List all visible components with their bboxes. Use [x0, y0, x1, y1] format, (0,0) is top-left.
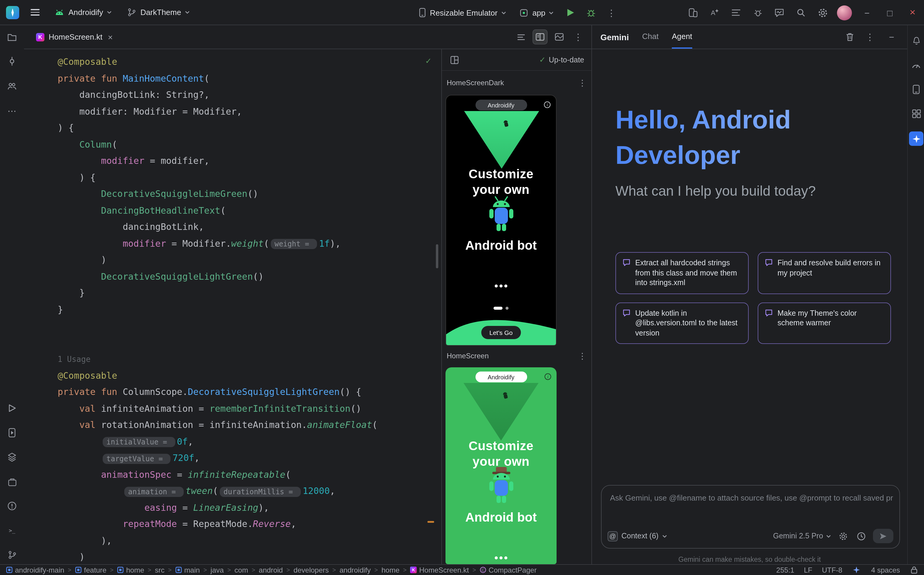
code-line[interactable]: ) { — [58, 120, 429, 137]
run-button[interactable] — [563, 5, 578, 20]
more-toolwindows-icon[interactable]: ⋯ — [5, 103, 19, 118]
code-line[interactable]: @Composable — [58, 54, 429, 70]
breadcrumb-item[interactable]: KHomeScreen.kt — [410, 566, 469, 574]
indent-setting[interactable]: 4 spaces — [871, 566, 900, 574]
editor-code-view-button[interactable] — [513, 29, 528, 44]
close-tab-icon[interactable]: × — [108, 32, 113, 42]
commit-toolwindow-icon[interactable] — [5, 54, 19, 68]
code-line[interactable]: dancingBotLink: String?, — [58, 87, 429, 103]
code-line[interactable]: repeatMode = RepeatMode.Reverse, — [58, 516, 429, 533]
device-explorer-toolwindow-icon[interactable] — [909, 82, 923, 97]
app-inspection-toolwindow-icon[interactable] — [5, 475, 19, 489]
code-line[interactable]: ), — [58, 533, 429, 549]
tab-agent[interactable]: Agent — [672, 25, 692, 49]
gemini-settings-icon[interactable] — [837, 530, 849, 542]
code-line[interactable]: ) — [58, 252, 429, 268]
search-icon[interactable] — [794, 5, 808, 20]
build-variants-toolwindow-icon[interactable] — [5, 450, 19, 464]
suggestion-card[interactable]: Make my Theme's color scheme warmer — [758, 302, 891, 344]
device-mirroring-icon[interactable] — [685, 5, 700, 20]
run-configuration-selector[interactable]: app — [515, 3, 557, 22]
window-close-button[interactable]: × — [905, 6, 921, 19]
terminal-toolwindow-icon[interactable]: >_ — [5, 523, 19, 538]
run-toolwindow-icon[interactable] — [5, 401, 19, 415]
breadcrumb-item[interactable]: androidify-main — [6, 566, 64, 574]
hide-panel-icon[interactable]: − — [884, 30, 899, 44]
gemini-options-icon[interactable]: ⋮ — [863, 30, 877, 44]
code-line[interactable]: modifier: Modifier = Modifier, — [58, 103, 429, 120]
editor-scrollbar[interactable] — [436, 244, 438, 268]
preview-homescreen-dark[interactable]: Androidify i Customize your own Android … — [445, 95, 557, 346]
code-line[interactable]: easing = LinearEasing), — [58, 500, 429, 516]
breadcrumb-item[interactable]: CCompactPager — [480, 566, 537, 574]
attach-debugger-icon[interactable] — [751, 5, 765, 20]
code-line[interactable]: @Composable — [58, 368, 429, 384]
code-line[interactable]: Column( — [58, 137, 429, 153]
breadcrumb-item[interactable]: java — [210, 566, 224, 574]
model-selector[interactable]: Gemini 2.5 Pro — [773, 532, 831, 540]
preview-homescreen-light[interactable]: Androidify i Customize your own Android … — [445, 367, 557, 564]
gemini-toolwindow-icon[interactable] — [909, 132, 923, 146]
pull-requests-toolwindow-icon[interactable] — [5, 79, 19, 93]
preview-layout-icon[interactable] — [449, 54, 460, 65]
line-ending[interactable]: LF — [804, 566, 812, 574]
code-line[interactable]: ) { — [58, 170, 429, 186]
suggestion-card[interactable]: Extract all hardcoded strings from this … — [615, 252, 749, 294]
problems-toolwindow-icon[interactable] — [5, 499, 19, 513]
suggestion-card[interactable]: Update kotlin in @libs.version.toml to t… — [615, 302, 749, 344]
code-line[interactable] — [58, 335, 429, 351]
preview-sync-status[interactable]: ✓ Up-to-date — [539, 55, 584, 64]
ai-spark-icon[interactable] — [852, 565, 862, 575]
user-avatar[interactable] — [837, 5, 852, 20]
running-devices-toolwindow-icon[interactable] — [5, 426, 19, 440]
editor-split-view-button[interactable] — [533, 29, 547, 44]
breadcrumb-item[interactable]: feature — [75, 566, 107, 574]
debug-button[interactable] — [584, 5, 598, 20]
main-menu-icon[interactable] — [28, 5, 42, 19]
code-line[interactable]: animationSpec = infiniteRepeatable( — [58, 467, 429, 483]
code-line[interactable]: } — [58, 302, 429, 318]
history-icon[interactable] — [855, 530, 867, 542]
suggestion-card[interactable]: Find and resolve build errors in my proj… — [758, 252, 891, 294]
send-button[interactable] — [873, 529, 894, 543]
version-control-toolwindow-icon[interactable] — [5, 547, 19, 562]
code-line[interactable]: val rotationAnimation = infiniteAnimatio… — [58, 417, 429, 434]
breadcrumb-item[interactable]: com — [234, 566, 248, 574]
code-line[interactable] — [58, 318, 429, 335]
delete-conversation-icon[interactable] — [844, 31, 856, 43]
code-line[interactable]: animation = tween(durationMillis = 12000… — [58, 483, 429, 500]
breadcrumb-item[interactable]: home — [382, 566, 399, 574]
breadcrumb-item[interactable]: main — [175, 566, 200, 574]
tab-chat[interactable]: Chat — [642, 25, 658, 49]
code-line[interactable]: modifier = Modifier.weight(weight = 1f), — [58, 235, 429, 252]
file-encoding[interactable]: UTF-8 — [822, 566, 842, 574]
profiler-toolwindow-icon[interactable] — [909, 58, 923, 72]
code-line[interactable]: DecorativeSquiggleLightGreen() — [58, 268, 429, 285]
logcat-icon[interactable] — [729, 5, 743, 20]
code-line[interactable]: initialValue = 0f, — [58, 434, 429, 450]
breadcrumb-item[interactable]: developers — [294, 566, 329, 574]
breadcrumb-item[interactable]: home — [117, 566, 144, 574]
code-line[interactable]: 1 Usage — [58, 351, 429, 368]
vcs-branch-selector[interactable]: DarkTheme — [124, 5, 193, 19]
breadcrumb-item[interactable]: src — [155, 566, 164, 574]
preview-menu-icon[interactable]: ⋮ — [578, 351, 587, 361]
breadcrumb-item[interactable]: android — [259, 566, 283, 574]
app-insights-icon[interactable] — [772, 5, 787, 20]
code-line[interactable]: } — [58, 285, 429, 302]
code-line[interactable]: private fun ColumnScope.DecorativeSquigg… — [58, 384, 429, 401]
more-actions-icon[interactable]: ⋮ — [604, 5, 619, 20]
editor-design-view-button[interactable] — [552, 29, 567, 44]
ai-actions-icon[interactable]: A — [707, 5, 722, 20]
gemini-input[interactable]: Ask Gemini, use @filename to attach sour… — [601, 485, 900, 549]
tab-options-icon[interactable]: ⋮ — [571, 30, 585, 44]
project-selector[interactable]: Androidify — [51, 5, 115, 19]
settings-gear-icon[interactable] — [815, 5, 830, 20]
resource-manager-toolwindow-icon[interactable] — [909, 106, 923, 121]
device-selector[interactable]: Resizable Emulator — [414, 3, 509, 22]
code-line[interactable]: val infiniteAnimation = rememberInfinite… — [58, 401, 429, 417]
context-selector[interactable]: @ Context (6) — [608, 531, 667, 541]
code-line[interactable]: targetValue = 720f, — [58, 450, 429, 467]
tab-homescreen-kt[interactable]: K HomeScreen.kt × — [30, 25, 119, 49]
code-line[interactable]: DancingBotHeadlineText( — [58, 203, 429, 219]
